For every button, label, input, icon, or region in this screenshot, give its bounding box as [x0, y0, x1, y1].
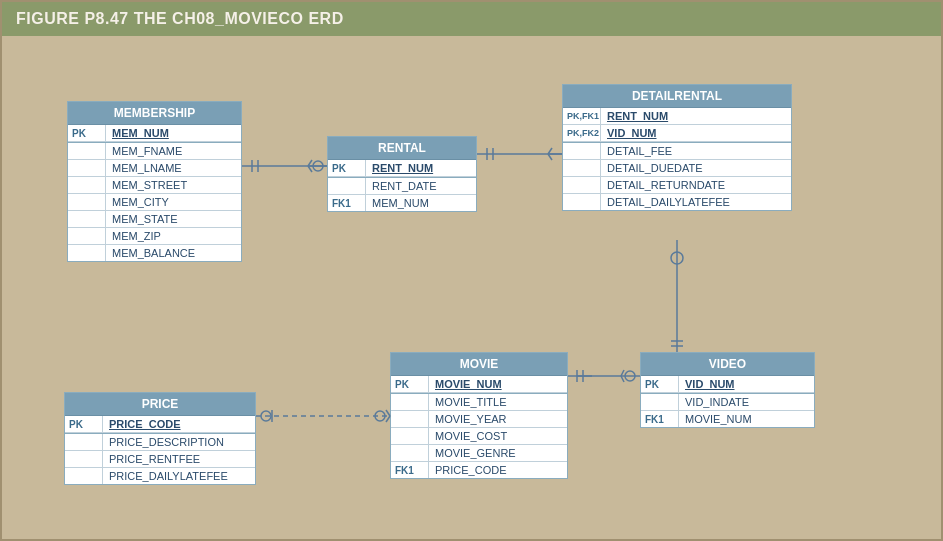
- membership-body: PK MEM_NUM MEM_FNAME MEM_LNAME MEM_STREE…: [68, 125, 241, 261]
- rental-header: RENTAL: [328, 137, 476, 160]
- detailrental-pk2-row: PK,FK2 VID_NUM: [563, 125, 791, 142]
- price-rentfee-row: PRICE_RENTFEE: [65, 451, 255, 468]
- membership-zip-row: MEM_ZIP: [68, 228, 241, 245]
- membership-lname-row: MEM_LNAME: [68, 160, 241, 177]
- detailrental-pk1-row: PK,FK1 RENT_NUM: [563, 108, 791, 125]
- rental-table: RENTAL PK RENT_NUM RENT_DATE FK1 MEM_NUM: [327, 136, 477, 212]
- video-header: VIDEO: [641, 353, 814, 376]
- movie-genre-row: MOVIE_GENRE: [391, 445, 567, 462]
- svg-line-23: [621, 370, 624, 376]
- membership-fname-field: MEM_FNAME: [106, 143, 241, 159]
- membership-pk-row: PK MEM_NUM: [68, 125, 241, 142]
- movie-year-row: MOVIE_YEAR: [391, 411, 567, 428]
- svg-line-12: [548, 154, 552, 160]
- movie-title-row: MOVIE_TITLE: [391, 393, 567, 411]
- price-pk-row: PK PRICE_CODE: [65, 416, 255, 433]
- svg-point-22: [625, 371, 635, 381]
- movie-body: PK MOVIE_NUM MOVIE_TITLE MOVIE_YEAR MOVI…: [391, 376, 567, 478]
- movie-header: MOVIE: [391, 353, 567, 376]
- rental-pk-row: PK RENT_NUM: [328, 160, 476, 177]
- movie-pk-row: PK MOVIE_NUM: [391, 376, 567, 393]
- svg-point-28: [375, 411, 385, 421]
- detailrental-due-row: DETAIL_DUEDATE: [563, 160, 791, 177]
- video-indate-row: VID_INDATE: [641, 393, 814, 411]
- membership-table: MEMBERSHIP PK MEM_NUM MEM_FNAME MEM_LNAM…: [67, 101, 242, 262]
- detailrental-fee-row: DETAIL_FEE: [563, 142, 791, 160]
- outer-border: FIGURE P8.47 THE CH08_MOVIECO ERD MEMBER…: [0, 0, 943, 541]
- movie-fk-row: FK1 PRICE_CODE: [391, 462, 567, 478]
- svg-point-15: [671, 252, 683, 264]
- rental-fk-row: FK1 MEM_NUM: [328, 195, 476, 211]
- detailrental-header: DETAILRENTAL: [563, 85, 791, 108]
- membership-street-row: MEM_STREET: [68, 177, 241, 194]
- detailrental-table: DETAILRENTAL PK,FK1 RENT_NUM PK,FK2 VID_…: [562, 84, 792, 211]
- membership-state-row: MEM_STATE: [68, 211, 241, 228]
- membership-fname-key: [68, 143, 106, 159]
- diagram-area: MEMBERSHIP PK MEM_NUM MEM_FNAME MEM_LNAM…: [2, 36, 941, 531]
- svg-line-24: [621, 376, 624, 382]
- video-fk-row: FK1 MOVIE_NUM: [641, 411, 814, 427]
- svg-point-4: [313, 161, 323, 171]
- title-bar: FIGURE P8.47 THE CH08_MOVIECO ERD: [2, 2, 941, 36]
- video-body: PK VID_NUM VID_INDATE FK1 MOVIE_NUM: [641, 376, 814, 427]
- video-table: VIDEO PK VID_NUM VID_INDATE FK1 MOVIE_NU…: [640, 352, 815, 428]
- svg-point-26: [261, 411, 271, 421]
- diagram-title: FIGURE P8.47 THE CH08_MOVIECO ERD: [16, 10, 344, 28]
- price-desc-row: PRICE_DESCRIPTION: [65, 433, 255, 451]
- video-pk-row: PK VID_NUM: [641, 376, 814, 393]
- detailrental-return-row: DETAIL_RETURNDATE: [563, 177, 791, 194]
- movie-table: MOVIE PK MOVIE_NUM MOVIE_TITLE MOVIE_YEA…: [390, 352, 568, 479]
- detailrental-body: PK,FK1 RENT_NUM PK,FK2 VID_NUM DETAIL_FE…: [563, 108, 791, 210]
- movie-cost-row: MOVIE_COST: [391, 428, 567, 445]
- membership-header: MEMBERSHIP: [68, 102, 241, 125]
- price-table: PRICE PK PRICE_CODE PRICE_DESCRIPTION PR…: [64, 392, 256, 485]
- rental-body: PK RENT_NUM RENT_DATE FK1 MEM_NUM: [328, 160, 476, 211]
- membership-fname-row: MEM_FNAME: [68, 142, 241, 160]
- detailrental-late-row: DETAIL_DAILYLATEFEE: [563, 194, 791, 210]
- membership-pk-key: PK: [68, 125, 106, 141]
- price-body: PK PRICE_CODE PRICE_DESCRIPTION PRICE_RE…: [65, 416, 255, 484]
- membership-balance-row: MEM_BALANCE: [68, 245, 241, 261]
- svg-line-11: [548, 148, 552, 154]
- rental-date-row: RENT_DATE: [328, 177, 476, 195]
- membership-pk-field: MEM_NUM: [106, 125, 241, 141]
- price-header: PRICE: [65, 393, 255, 416]
- membership-city-row: MEM_CITY: [68, 194, 241, 211]
- svg-line-5: [308, 160, 312, 166]
- svg-line-6: [308, 166, 312, 172]
- price-late-row: PRICE_DAILYLATEFEE: [65, 468, 255, 484]
